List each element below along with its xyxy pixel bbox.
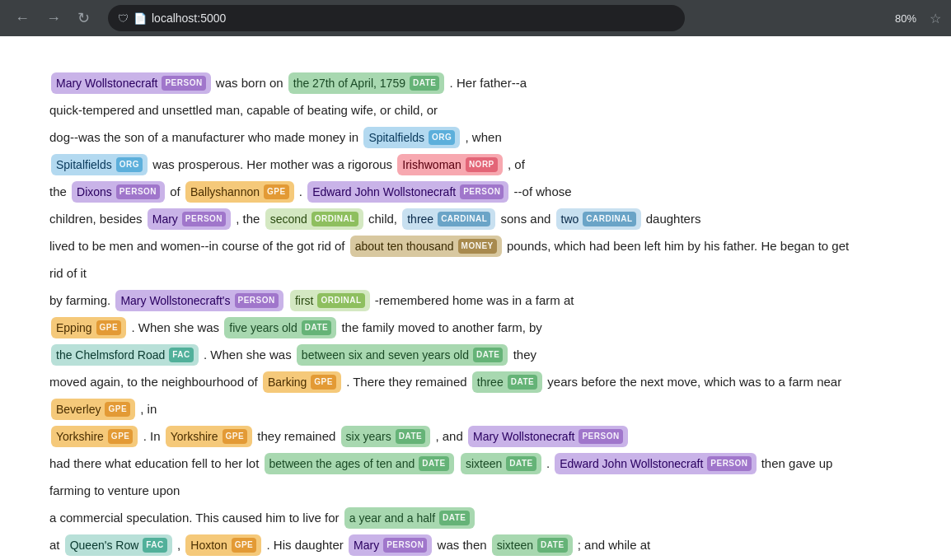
- entity-yorkshire-2: Yorkshire GPE: [166, 426, 252, 447]
- line-2: quick-tempered and unsettled man, capabl…: [49, 103, 438, 117]
- entity-beverley: Beverley GPE: [51, 399, 135, 420]
- entity-six-seven: between six and seven years old DATE: [297, 344, 508, 366]
- line-5: the Dixons PERSON of Ballyshannon GPE . …: [49, 184, 572, 198]
- entity-hoxton-1: Hoxton GPE: [185, 534, 261, 556]
- line-14: a commercial speculation. This caused hi…: [49, 511, 476, 525]
- entity-mary-wollstonecraft-1: Mary Wollstonecraft PERSON: [51, 72, 211, 94]
- shield-icon: 🛡: [118, 12, 129, 25]
- entity-spitalfields-1: Spitalfields ORG: [363, 127, 460, 148]
- line-3: dog--was the son of a manufacturer who m…: [49, 130, 502, 144]
- reload-button[interactable]: ↻: [73, 7, 95, 29]
- entity-yorkshire-1: Yorkshire GPE: [51, 426, 138, 447]
- line-15: at Queen's Row FAC , Hoxton GPE . His da…: [49, 538, 650, 552]
- entity-five-years: five years old DATE: [224, 317, 336, 338]
- entity-mary-3: Mary PERSON: [349, 534, 432, 556]
- entity-mary-wollstonecraft-4: Mary Wollstonecraft PERSON: [468, 426, 628, 447]
- entity-chelmsford: the Chelmsford Road FAC: [51, 344, 199, 366]
- line-7: lived to be men and women--in course of …: [49, 239, 849, 280]
- entity-three-cardinal: three CARDINAL: [402, 208, 495, 230]
- page-icon: 📄: [134, 12, 147, 25]
- entity-sixteen-1: sixteen DATE: [461, 453, 541, 474]
- entity-epping: Epping GPE: [51, 317, 126, 338]
- bookmark-button[interactable]: ☆: [930, 11, 941, 26]
- line-13: had there what education fell to her lot…: [49, 456, 832, 497]
- entity-spitalfields-2: Spitalfields ORG: [51, 154, 148, 175]
- entity-dixons: Dixons PERSON: [72, 181, 165, 203]
- entity-year-half: a year and a half DATE: [344, 507, 475, 529]
- line-8: by farming. Mary Wollstonecraft's PERSON…: [49, 293, 574, 307]
- line-9: Epping GPE . When she was five years old…: [49, 320, 542, 334]
- entity-first: first ORDINAL: [290, 290, 370, 311]
- entity-ballyshannon: Ballyshannon GPE: [185, 181, 294, 203]
- entity-queens-row: Queen's Row FAC: [65, 534, 172, 556]
- main-content: Mary Wollstonecraft PERSON was born on t…: [0, 36, 906, 560]
- entity-second: second ORDINAL: [265, 208, 363, 230]
- entity-barking: Barking GPE: [263, 371, 341, 393]
- line-6: children, besides Mary PERSON , the seco…: [49, 212, 700, 226]
- address-bar[interactable]: 🛡 📄 localhost:5000: [108, 5, 685, 31]
- line-12: Yorkshire GPE . In Yorkshire GPE they re…: [49, 429, 630, 443]
- entity-six-years: six years DATE: [341, 426, 431, 447]
- entity-mary-2: Mary PERSON: [148, 208, 231, 230]
- zoom-level: 80%: [895, 12, 923, 25]
- entity-ten-thousand: about ten thousand MONEY: [350, 236, 502, 257]
- entity-edward-john-2: Edward John Wollstonecraft PERSON: [555, 453, 756, 474]
- entity-mary-wollstonecraft-3: Mary Wollstonecraft's PERSON: [115, 290, 283, 311]
- entity-edward-john: Edward John Wollstonecraft PERSON: [307, 181, 508, 203]
- line-4: Spitalfields ORG was prosperous. Her mot…: [49, 157, 525, 171]
- entity-sixteen-2: sixteen DATE: [492, 534, 573, 556]
- line-10: the Chelmsford Road FAC . When she was b…: [49, 348, 536, 362]
- url-text: localhost:5000: [152, 12, 675, 25]
- entity-date-april: the 27th of April, 1759 DATE: [288, 72, 445, 94]
- browser-chrome: ← → ↻ 🛡 📄 localhost:5000 80% ☆: [0, 0, 951, 36]
- entity-between-ten: between the ages of ten and DATE: [265, 453, 454, 474]
- forward-button[interactable]: →: [41, 7, 66, 29]
- entity-two: two CARDINAL: [556, 208, 641, 230]
- entity-irishwoman: Irishwoman NORP: [397, 154, 503, 175]
- line-1: Mary Wollstonecraft PERSON was born on t…: [49, 76, 527, 90]
- back-button[interactable]: ←: [10, 7, 35, 29]
- line-11: moved again, to the neighbourhood of Bar…: [49, 375, 841, 416]
- entity-three-date: three DATE: [472, 371, 542, 393]
